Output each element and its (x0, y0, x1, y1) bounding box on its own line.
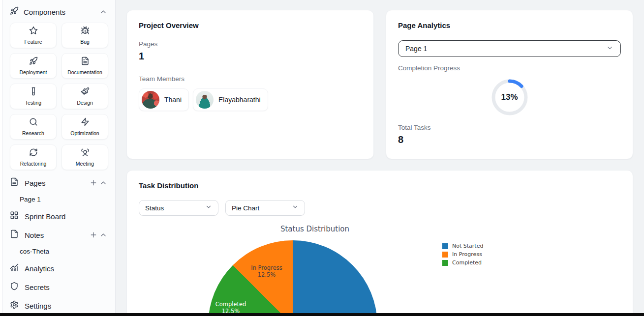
component-label: Research (22, 130, 44, 136)
avatar (142, 91, 159, 109)
team-member-chip: Elayabharathi (193, 88, 268, 111)
add-note-button[interactable] (89, 230, 98, 240)
legend-swatch (442, 243, 448, 249)
chevron-up-icon (99, 231, 107, 239)
components-collapse-button[interactable] (98, 7, 108, 17)
avatar (196, 91, 214, 109)
add-page-button[interactable] (89, 178, 98, 188)
gear-icon (10, 300, 19, 311)
sidebar-item-sprint-board[interactable]: Sprint Board (10, 210, 108, 222)
file-text-icon (81, 57, 90, 67)
window-left-edge (0, 0, 2, 316)
component-card-meeting[interactable]: Meeting (61, 144, 108, 170)
legend-item-not-started[interactable]: Not Started (442, 242, 483, 250)
file-icon (10, 230, 19, 240)
component-card-design[interactable]: Design (61, 84, 108, 109)
component-card-research[interactable]: Research (10, 114, 57, 140)
component-card-testing[interactable]: Testing (10, 84, 57, 109)
task-distribution-card: Task Distribution Status Pie Chart Statu… (126, 170, 633, 316)
sprint-board-label: Sprint Board (25, 212, 108, 221)
chart-legend: Not Started In Progress Completed (442, 242, 483, 267)
sidebar-item-page-1[interactable]: Page 1 (20, 195, 108, 203)
total-tasks-label: Total Tasks (398, 124, 621, 131)
legend-item-in-progress[interactable]: In Progress (442, 250, 483, 259)
component-label: Feature (24, 39, 42, 45)
pages-count-label: Pages (139, 40, 362, 48)
group-by-value: Status (145, 204, 205, 212)
component-label: Testing (25, 100, 41, 106)
sidebar-item-secrets[interactable]: Secrets (10, 281, 108, 293)
plus-icon (90, 179, 97, 187)
project-overview-card: Project Overview Pages 1 Team Members Th… (126, 10, 374, 159)
component-card-bug[interactable]: Bug (61, 23, 108, 48)
component-label: Documentation (67, 69, 102, 75)
paintbrush-icon (81, 87, 90, 98)
page-analytics-title: Page Analytics (398, 21, 621, 29)
sidebar: Components Feature Bug Deployment Docume… (2, 0, 116, 313)
member-name: Elayabharathi (218, 96, 261, 104)
sidebar-section-pages[interactable]: Pages (10, 177, 108, 189)
chart-title: Status Distribution (127, 225, 503, 233)
slice-label-in-progress: In Progress 12.5% (237, 264, 296, 278)
shield-icon (10, 282, 19, 292)
chevron-up-icon (99, 179, 107, 187)
chart-controls: Status Pie Chart (139, 200, 621, 216)
star-icon (29, 26, 38, 37)
team-member-chip: Thani (139, 88, 189, 111)
notes-label: Notes (25, 231, 89, 239)
pages-collapse-button[interactable] (98, 178, 108, 188)
page-select-value: Page 1 (405, 45, 606, 53)
chevron-down-icon (292, 203, 299, 212)
page-select[interactable]: Page 1 (398, 40, 621, 57)
sidebar-item-settings[interactable]: Settings (10, 300, 108, 312)
group-by-select[interactable]: Status (139, 200, 218, 216)
team-members-list: Thani Elayabharathi (139, 88, 362, 111)
total-tasks-value: 8 (398, 134, 621, 145)
test-tube-icon (29, 87, 38, 98)
settings-label: Settings (25, 302, 108, 310)
member-name: Thani (164, 96, 182, 104)
bug-icon (81, 26, 90, 37)
notes-collapse-button[interactable] (98, 230, 108, 240)
completion-progress-label: Completion Progress (398, 64, 621, 72)
page-analytics-card: Page Analytics Page 1 Completion Progres… (386, 10, 633, 159)
chart-type-select[interactable]: Pie Chart (225, 200, 305, 216)
task-distribution-title: Task Distribution (139, 181, 621, 190)
component-card-feature[interactable]: Feature (10, 23, 57, 48)
pie (208, 240, 377, 316)
layout-grid-icon (10, 211, 19, 222)
main-content: Project Overview Pages 1 Team Members Th… (116, 0, 644, 316)
legend-item-completed[interactable]: Completed (442, 259, 483, 267)
legend-label: In Progress (452, 251, 482, 258)
component-card-deployment[interactable]: Deployment (10, 53, 57, 79)
search-icon (29, 117, 38, 128)
team-members-label: Team Members (139, 75, 362, 83)
legend-label: Not Started (452, 243, 483, 249)
analytics-label: Analytics (25, 264, 108, 273)
component-label: Meeting (76, 161, 94, 167)
chevron-down-icon (606, 44, 613, 54)
components-grid: Feature Bug Deployment Documentation Tes… (10, 23, 108, 170)
chart-icon (10, 263, 19, 274)
component-card-optimization[interactable]: Optimization (61, 114, 108, 140)
file-text-icon (10, 177, 19, 188)
legend-swatch (442, 252, 448, 258)
component-card-documentation[interactable]: Documentation (61, 53, 108, 79)
zap-icon (81, 117, 90, 128)
chevron-down-icon (205, 203, 212, 212)
legend-swatch (442, 260, 448, 266)
completion-progress-ring: 13% (489, 77, 530, 118)
progress-percent: 13% (489, 77, 530, 118)
sidebar-section-notes[interactable]: Notes (10, 229, 108, 241)
component-card-refactoring[interactable]: Refactoring (10, 144, 57, 170)
project-overview-title: Project Overview (139, 21, 362, 29)
rocket-icon (10, 6, 19, 17)
component-label: Bug (80, 39, 90, 45)
refresh-icon (29, 148, 38, 159)
sidebar-section-components[interactable]: Components (10, 6, 108, 18)
users-icon (81, 148, 90, 159)
sidebar-item-analytics[interactable]: Analytics (10, 262, 108, 274)
components-label: Components (24, 8, 98, 16)
sidebar-item-cos-theta[interactable]: cos-Theta (20, 247, 108, 256)
chart-type-value: Pie Chart (232, 204, 292, 212)
